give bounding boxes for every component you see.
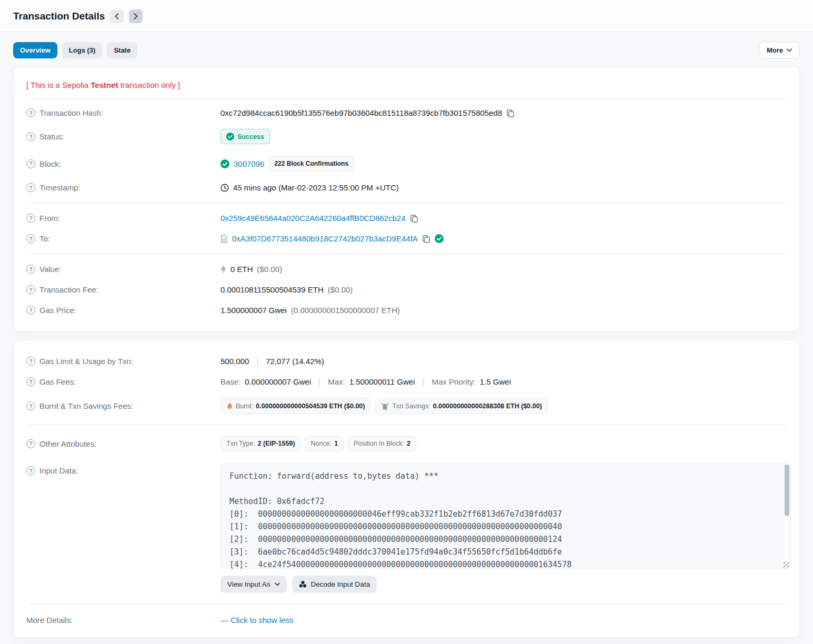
burnt-fees-badge: Burnt: 0.000000000000504539 ETH ($0.00) — [220, 398, 370, 414]
more-label: More — [767, 46, 783, 54]
separator: | — [419, 377, 428, 386]
max-priority-value: 1.5 Gwei — [480, 377, 511, 386]
copy-from-address-button[interactable] — [410, 214, 418, 223]
view-input-as-button[interactable]: View Input As — [220, 576, 287, 593]
page-title: Transaction Details — [13, 11, 105, 22]
from-label: ? From: — [26, 214, 220, 223]
tab-state[interactable]: State — [107, 42, 137, 58]
to-address-link[interactable]: 0xA3f07D6773514480b918C2742b027b3acD9E44… — [232, 234, 418, 243]
copy-to-address-button[interactable] — [422, 235, 430, 243]
txn-type-label: Txn Type: — [226, 440, 255, 447]
burnt-label: Burnt: — [236, 402, 253, 410]
check-circle-icon — [226, 133, 234, 140]
txn-savings-badge: Txn Savings: 0.000000000000288308 ETH ($… — [375, 398, 547, 414]
txn-type-value: 2 (EIP-1559) — [258, 440, 295, 447]
decode-blocks-icon — [299, 580, 307, 588]
transaction-fee-label: ? Transaction Fee: — [26, 285, 220, 294]
divider — [26, 425, 787, 425]
tab-logs[interactable]: Logs (3) — [62, 42, 103, 58]
nonce-badge: Nonce: 1 — [305, 436, 344, 451]
page-header: Transaction Details — [0, 0, 813, 32]
status-label: ? Status: — [26, 132, 220, 141]
help-icon: ? — [26, 401, 35, 410]
tabs-bar: Overview Logs (3) State More — [0, 32, 813, 66]
previous-transaction-button[interactable] — [110, 9, 124, 23]
from-address-link[interactable]: 0x259c49E65644a020C2A642260a4ffB0CD862cb… — [220, 214, 406, 223]
details-card: ? Gas Limit & Usage by Txn: 500,000 | 72… — [13, 340, 800, 638]
nonce-label: Nonce: — [311, 440, 332, 447]
help-icon: ? — [26, 357, 35, 366]
decode-input-data-button[interactable]: Decode Input Data — [292, 576, 377, 593]
position-in-block-label: Position In Block: — [354, 440, 404, 447]
value-usd: ($0.00) — [257, 265, 283, 274]
other-attributes-row: ? Other Attributes: Txn Type: 2 (EIP-155… — [26, 430, 787, 457]
chevron-right-icon — [134, 13, 138, 19]
overview-card: [ This is a Sepolia Testnet transaction … — [13, 66, 800, 331]
to-row: ? To: 0xA3f07D6773514480b918C2742b027b3a… — [26, 228, 787, 249]
block-number-link[interactable]: 3007096 — [234, 159, 264, 168]
view-input-as-label: View Input As — [227, 580, 270, 588]
timestamp-value: 45 mins ago (Mar-02-2023 12:55:00 PM +UT… — [233, 183, 399, 192]
nonce-value: 1 — [334, 440, 338, 447]
next-transaction-button[interactable] — [129, 9, 143, 23]
burnt-value: 0.000000000000504539 ETH ($0.00) — [256, 402, 365, 410]
resize-handle[interactable] — [784, 562, 789, 568]
copy-icon — [422, 235, 430, 243]
help-icon: ? — [26, 377, 35, 386]
timestamp-label: ? Timestamp: — [26, 183, 220, 192]
value-row: ? Value: 0 ETH ($0.00) — [26, 259, 787, 279]
help-icon: ? — [26, 108, 35, 117]
input-data-content: Function: forward(address to,bytes data)… — [221, 464, 790, 569]
chevron-down-icon — [275, 582, 280, 586]
block-confirmations-badge: 222 Block Confirmations — [268, 156, 354, 172]
decode-input-data-label: Decode Input Data — [311, 580, 370, 588]
fire-icon — [226, 402, 233, 410]
base-fee-value: 0.000000007 Gwei — [245, 377, 311, 386]
to-label: ? To: — [26, 234, 220, 243]
help-icon: ? — [26, 183, 35, 192]
max-priority-label: Max Priority: — [431, 377, 475, 386]
txn-type-badge: Txn Type: 2 (EIP-1559) — [220, 436, 301, 451]
timestamp-row: ? Timestamp: 45 mins ago (Mar-02-2023 12… — [26, 177, 787, 198]
divider — [26, 203, 787, 203]
input-data-scrollbar-thumb[interactable] — [785, 465, 789, 516]
transaction-hash-value: 0xc72d984ccac6190b5f135576eb97b03604bc81… — [220, 108, 502, 117]
transaction-hash-row: ? Transaction Hash: 0xc72d984ccac6190b5f… — [26, 103, 787, 123]
burnt-savings-label: ? Burnt & Txn Savings Fees: — [26, 401, 220, 410]
position-in-block-value: 2 — [407, 440, 410, 447]
other-attributes-label: ? Other Attributes: — [26, 439, 220, 448]
from-row: ? From: 0x259c49E65644a020C2A642260a4ffB… — [26, 208, 787, 228]
help-icon: ? — [26, 234, 35, 243]
chevron-down-icon — [787, 48, 792, 52]
gas-price-amount: 1.500000007 Gwei — [220, 306, 287, 315]
tab-overview[interactable]: Overview — [13, 42, 57, 58]
contract-document-icon — [220, 235, 228, 243]
gas-limit-value: 500,000 — [220, 357, 249, 366]
more-details-label: More Details: — [26, 616, 220, 625]
gas-price-label: ? Gas Price: — [26, 306, 220, 315]
input-data-scrollbar-track[interactable] — [785, 465, 789, 568]
divider — [26, 254, 787, 254]
input-data-textarea[interactable]: Function: forward(address to,bytes data)… — [220, 463, 791, 569]
chevron-left-icon — [115, 13, 119, 19]
max-fee-value: 1.500000011 Gwei — [349, 377, 415, 386]
help-icon: ? — [26, 306, 35, 315]
block-row: ? Block: 3007096 222 Block Confirmations — [26, 150, 787, 177]
money-wings-icon — [380, 402, 389, 410]
txn-savings-label: Txn Savings: — [392, 402, 430, 410]
help-icon: ? — [26, 132, 35, 141]
transaction-fee-row: ? Transaction Fee: 0.000108115500504539 … — [26, 279, 787, 300]
help-icon: ? — [26, 285, 35, 294]
show-less-link[interactable]: — Click to show less — [220, 616, 293, 625]
transaction-fee-amount: 0.000108115500504539 ETH — [220, 285, 324, 294]
position-in-block-badge: Position In Block: 2 — [348, 436, 416, 451]
copy-hash-button[interactable] — [506, 109, 515, 117]
status-row: ? Status: Success — [26, 123, 787, 150]
gas-fees-row: ? Gas Fees: Base: 0.000000007 Gwei | Max… — [26, 371, 787, 392]
transaction-hash-label: ? Transaction Hash: — [26, 108, 220, 117]
testnet-warning: [ This is a Sepolia Testnet transaction … — [26, 77, 787, 99]
clock-icon — [220, 184, 229, 192]
base-fee-label: Base: — [220, 377, 240, 386]
block-label: ? Block: — [26, 159, 220, 168]
more-dropdown-button[interactable]: More — [759, 42, 800, 59]
